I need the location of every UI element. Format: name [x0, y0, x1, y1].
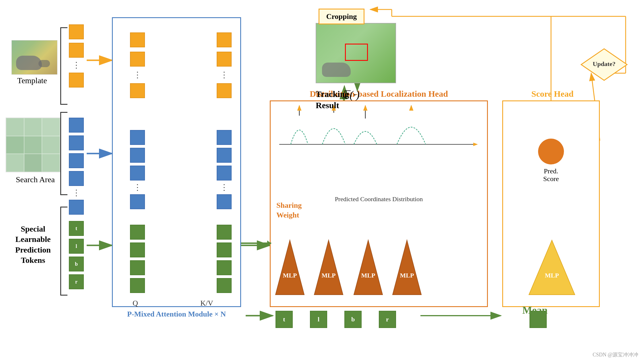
- token-b: b: [69, 257, 84, 271]
- arrow-pmixed-to-dist: [241, 242, 271, 244]
- watermark: CSDN @源宝冲冲冲: [593, 351, 638, 358]
- q-yellow-dots: ⋮: [133, 71, 141, 79]
- q-blue-1: [130, 130, 145, 145]
- q-green-r: [130, 278, 145, 293]
- kv-label: K/V: [200, 299, 213, 308]
- kv-yellow-tokens: ⋮: [217, 32, 232, 98]
- kv-yellow-dots: ⋮: [220, 71, 228, 79]
- svg-text:MLP: MLP: [361, 272, 375, 279]
- kv-green-b: [217, 260, 232, 275]
- update-diamond: Update?: [580, 47, 629, 82]
- token-t: t: [69, 221, 84, 236]
- score-mlp-svg: MLP: [503, 237, 601, 300]
- pred-coords-label: Predicted Coordinates Distribution: [335, 195, 423, 203]
- bottom-token-l: l: [310, 311, 327, 328]
- kv-yellow-1: [217, 32, 232, 47]
- q-blue-2: [130, 148, 145, 163]
- svg-marker-104: [529, 240, 575, 295]
- kv-yellow-3: [217, 83, 232, 98]
- q-green-t: [130, 225, 145, 240]
- expectation-symbol: 𝔼(·): [342, 88, 360, 101]
- q-yellow-1: [130, 32, 145, 47]
- kv-blue-1: [217, 130, 232, 145]
- mlp-triangles-svg: MLP MLP MLP MLP: [273, 237, 480, 300]
- template-tokens: ⋮: [69, 24, 84, 88]
- token-yellow-1: [69, 24, 84, 39]
- main-diagram: Template Search Area Special Learnable P…: [0, 0, 644, 361]
- sharing-weight-label: SharingWeight: [276, 201, 302, 220]
- token-blue-2: [69, 135, 84, 150]
- kv-blue-4: [217, 194, 232, 209]
- svg-marker-96: [276, 240, 304, 295]
- pmixed-title: P-Mixed Attention Module × N: [121, 310, 232, 319]
- q-label: Q: [133, 299, 138, 308]
- q-yellow-3: [130, 83, 145, 98]
- q-green-b: [130, 260, 145, 275]
- pred-score-label: Pred.Score: [543, 167, 559, 183]
- bottom-token-t: t: [276, 311, 293, 328]
- special-tokens-label: Special Learnable Prediction Tokens: [4, 224, 62, 266]
- search-dots: ⋮: [72, 189, 80, 197]
- kv-blue-tokens: ⋮: [217, 130, 232, 209]
- search-tokens: ⋮: [69, 118, 84, 215]
- token-yellow-2: [69, 43, 84, 58]
- token-blue-1: [69, 118, 84, 133]
- kv-blue-2: [217, 148, 232, 163]
- search-area-image: [6, 118, 60, 172]
- kv-blue-dots: ⋮: [220, 183, 228, 191]
- tracking-bbox: [345, 44, 368, 61]
- q-green-l: [130, 242, 145, 257]
- token-blue-5: [69, 200, 84, 215]
- distribution-curves: [276, 104, 483, 150]
- bracket-template: [60, 27, 67, 105]
- kv-green-r: [217, 278, 232, 293]
- bottom-token-b: b: [344, 311, 362, 328]
- token-l: l: [69, 239, 84, 254]
- svg-marker-98: [314, 240, 343, 295]
- template-image: [11, 40, 57, 75]
- q-blue-dots: ⋮: [133, 183, 141, 191]
- bottom-tokens-row: t l b r: [276, 311, 396, 328]
- q-yellow-tokens: ⋮: [130, 32, 145, 98]
- svg-text:Update?: Update?: [593, 60, 615, 67]
- svg-marker-100: [354, 240, 383, 295]
- score-head-box: Pred.Score MLP: [502, 100, 600, 307]
- template-label: Template: [17, 76, 47, 85]
- pred-score-circle: [538, 139, 564, 164]
- tracking-result-image: [316, 23, 396, 83]
- token-blue-3: [69, 153, 84, 168]
- kv-green-t: [217, 225, 232, 240]
- token-yellow-3: [69, 73, 84, 88]
- svg-text:MLP: MLP: [322, 272, 336, 279]
- kv-blue-3: [217, 166, 232, 180]
- q-yellow-2: [130, 52, 145, 67]
- svg-text:MLP: MLP: [400, 272, 414, 279]
- mean-label: Mean: [522, 304, 548, 316]
- svg-text:MLP: MLP: [545, 272, 559, 279]
- token-blue-4: [69, 171, 84, 186]
- q-green-tokens: [130, 225, 145, 293]
- distribution-head-box: Predicted Coordinates Distribution Shari…: [270, 100, 488, 307]
- kv-green-tokens: [217, 225, 232, 293]
- pmixed-box: ⋮ ⋮ ⋮ ⋮: [112, 17, 241, 307]
- kv-yellow-2: [217, 52, 232, 67]
- bracket-search: [60, 112, 67, 195]
- token-r: r: [69, 274, 84, 289]
- special-prediction-tokens: t l b r: [69, 221, 84, 289]
- bracket-special: [60, 207, 67, 296]
- kv-green-l: [217, 242, 232, 257]
- svg-marker-102: [393, 240, 421, 295]
- distribution-head-title: Distribution-based Localization Head: [273, 89, 485, 99]
- q-blue-4: [130, 194, 145, 209]
- update-diamond-container: Update?: [580, 47, 629, 83]
- bottom-token-r: r: [379, 311, 396, 328]
- search-area-label: Search Area: [16, 175, 55, 184]
- cropping-box: Cropping: [319, 9, 364, 24]
- cropping-label: Cropping: [326, 12, 357, 21]
- q-blue-tokens: ⋮: [130, 130, 145, 209]
- template-dots: ⋮: [72, 61, 80, 69]
- svg-text:MLP: MLP: [283, 272, 297, 279]
- score-head-title: Score Head: [504, 89, 601, 99]
- q-blue-3: [130, 166, 145, 180]
